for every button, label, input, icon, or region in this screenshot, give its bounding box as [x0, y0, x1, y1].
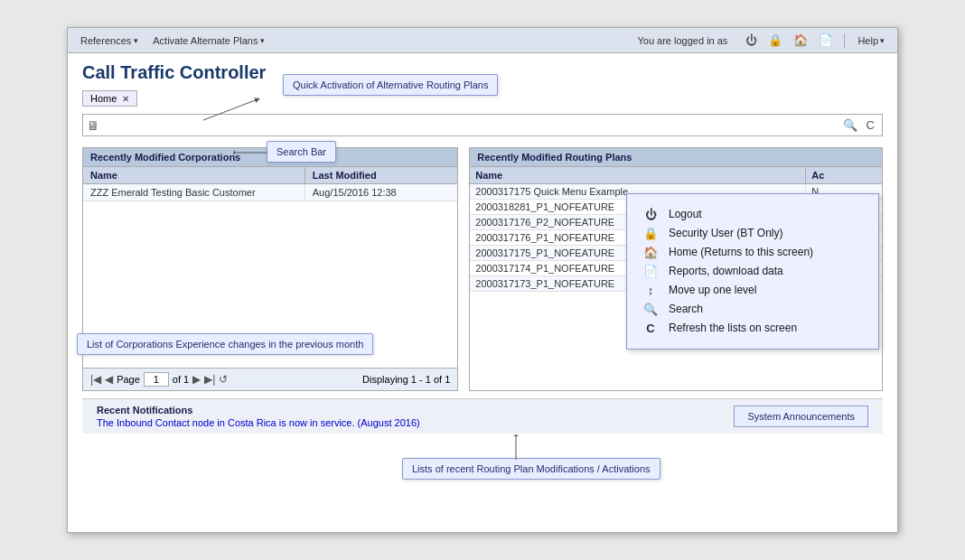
legend-reports-icon: 📄	[642, 265, 660, 278]
search-bar-icon: 🖥	[87, 118, 99, 133]
page-label: Page	[117, 374, 140, 385]
breadcrumb-close[interactable]: ✕	[122, 94, 129, 104]
legend-item-logout: ⏻ Logout	[642, 205, 864, 224]
corps-callout: List of Corporations Experience changes …	[77, 333, 373, 355]
search-input[interactable]	[103, 118, 836, 133]
left-panel-footer: |◀ ◀ Page of 1 ▶ ▶| ↺ Displaying 1 - 1 o…	[83, 368, 457, 390]
legend-item-moveup: ↕ Move up one level	[642, 281, 864, 300]
legend-logout-text: Logout	[669, 208, 702, 220]
breadcrumb: Home ✕	[82, 90, 137, 107]
right-table-header: Name Ac	[470, 167, 882, 184]
references-dropdown-arrow: ▾	[134, 36, 138, 45]
of-label: of 1	[173, 374, 189, 385]
content-area: Call Traffic Controller Home ✕ 🖥 🔍 C Rec…	[68, 53, 897, 532]
legend-refresh-text: Refresh the lists on screen	[669, 322, 797, 334]
left-col-modified: Last Modified	[305, 167, 458, 183]
svg-marker-4	[513, 434, 519, 436]
left-table-body: ZZZ Emerald Testing Basic Customer Aug/1…	[83, 184, 457, 276]
legend-moveup-text: Move up one level	[669, 284, 756, 296]
legend-popup: ⏻ Logout 🔒 Security User (BT Only) 🏠 Hom…	[626, 193, 879, 350]
legend-home-text: Home (Returns to this screen)	[669, 246, 813, 258]
displaying-label: Displaying 1 - 1 of 1	[362, 374, 450, 385]
table-row[interactable]: ZZZ Emerald Testing Basic Customer Aug/1…	[83, 184, 457, 201]
activate-plans-menu[interactable]: Activate Alternate Plans ▾	[147, 33, 270, 48]
help-menu[interactable]: Help ▾	[852, 33, 890, 48]
prev-page-btn[interactable]: ◀	[105, 373, 113, 386]
left-col-name: Name	[83, 167, 305, 183]
right-panel-header: Recently Modified Routing Plans	[470, 148, 882, 167]
legend-item-search: 🔍 Search	[642, 300, 864, 319]
legend-security-text: Security User (BT Only)	[669, 227, 782, 239]
right-col-ac: Ac	[806, 167, 882, 183]
legend-moveup-icon: ↕	[642, 284, 660, 297]
legend-reports-text: Reports, download data	[669, 265, 783, 277]
legend-home-icon: 🏠	[642, 246, 660, 259]
legend-item-refresh: C Refresh the lists on screen	[642, 319, 864, 338]
search-bar-container: 🖥 🔍 C	[82, 114, 883, 136]
legend-item-home: 🏠 Home (Returns to this screen)	[642, 243, 864, 262]
page-input[interactable]	[144, 372, 169, 387]
routing-callout: Lists of recent Routing Plan Modificatio…	[402, 458, 661, 480]
right-col-name: Name	[470, 167, 806, 183]
activate-dropdown-arrow: ▾	[260, 36, 265, 45]
quickact-callout: Quick Activation of Alternative Routing …	[283, 74, 498, 96]
legend-logout-icon: ⏻	[642, 208, 660, 221]
legend-security-icon: 🔒	[642, 227, 660, 240]
notification-bar: Recent Notifications The Inbound Contact…	[82, 398, 883, 434]
refresh-list-btn[interactable]: ↺	[219, 373, 228, 386]
logged-in-label: You are logged in as	[637, 35, 727, 46]
corp-name-cell: ZZZ Emerald Testing Basic Customer	[83, 184, 305, 201]
next-page-btn[interactable]: ▶	[192, 373, 201, 386]
search-submit-icon[interactable]: 🔍	[839, 117, 861, 134]
browser-window: References ▾ Activate Alternate Plans ▾ …	[67, 27, 898, 533]
corp-modified-cell: Aug/15/2016 12:38	[305, 184, 458, 201]
system-announcements-button[interactable]: System Announcements	[734, 406, 868, 427]
logout-icon[interactable]: ⏻	[742, 32, 761, 49]
security-icon[interactable]: 🔒	[764, 32, 786, 49]
home-icon[interactable]: 🏠	[790, 32, 811, 49]
last-page-btn[interactable]: ▶|	[204, 373, 215, 386]
help-dropdown-arrow: ▾	[880, 36, 885, 45]
notification-text[interactable]: The Inbound Contact node in Costa Rica i…	[97, 417, 723, 428]
legend-search-icon: 🔍	[642, 303, 660, 316]
search-actions: 🔍 C	[839, 117, 878, 134]
legend-search-text: Search	[669, 303, 703, 315]
notification-title: Recent Notifications	[97, 405, 723, 415]
left-table-header: Name Last Modified	[83, 167, 457, 184]
top-nav: References ▾ Activate Alternate Plans ▾ …	[68, 28, 897, 53]
reports-icon[interactable]: 📄	[815, 32, 837, 49]
first-page-btn[interactable]: |◀	[90, 373, 101, 386]
search-refresh-icon[interactable]: C	[863, 117, 878, 134]
legend-item-reports: 📄 Reports, download data	[642, 262, 864, 281]
legend-item-security: 🔒 Security User (BT Only)	[642, 224, 864, 243]
legend-refresh-icon: C	[642, 322, 660, 335]
search-callout: Search Bar	[267, 141, 336, 163]
references-menu[interactable]: References ▾	[75, 33, 144, 48]
nav-icons: ⏻ 🔒 🏠 📄	[742, 32, 837, 49]
notification-section: Recent Notifications The Inbound Contact…	[97, 405, 723, 428]
nav-separator	[844, 33, 845, 48]
